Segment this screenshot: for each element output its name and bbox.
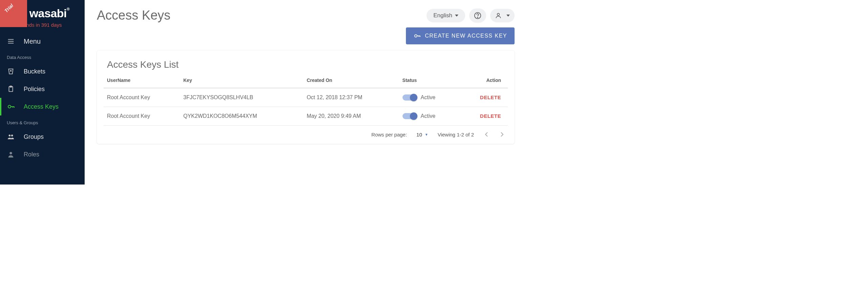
table-row: Root Account Key QYK2WD1KOC8O6M544XYM Ma…	[104, 107, 508, 126]
rows-value: 10	[416, 132, 422, 137]
nav-label: Access Keys	[24, 103, 59, 110]
col-username: UserName	[104, 73, 180, 88]
language-selector[interactable]: English	[427, 9, 465, 22]
prev-page-button[interactable]	[483, 130, 490, 138]
language-label: English	[433, 12, 452, 19]
viewing-text: Viewing 1-2 of 2	[438, 132, 474, 137]
cell-username: Root Account Key	[104, 88, 180, 107]
caret-down-icon: ▼	[425, 133, 428, 136]
trial-badge: Trial	[0, 0, 27, 27]
key-icon	[413, 32, 421, 40]
chevron-left-icon	[485, 132, 488, 137]
svg-point-4	[10, 70, 12, 71]
delete-button[interactable]: DELETE	[480, 94, 501, 100]
sidebar-item-policies[interactable]: Policies	[0, 80, 85, 98]
rows-per-page-label: Rows per page:	[371, 132, 407, 137]
next-page-button[interactable]	[499, 130, 505, 138]
menu-label: Menu	[24, 38, 41, 45]
sidebar-item-buckets[interactable]: Buckets	[0, 63, 85, 80]
caret-down-icon	[506, 15, 510, 17]
pagination: Rows per page: 10 ▼ Viewing 1-2 of 2	[97, 126, 515, 141]
table-row: Root Account Key 3FJC7EKYSOGQ8SLHV4LB Oc…	[104, 88, 508, 107]
svg-point-11	[9, 135, 10, 137]
nav-label: Buckets	[24, 68, 45, 75]
status-text: Active	[421, 113, 436, 119]
col-created: Created On	[303, 73, 399, 88]
groups-icon	[7, 133, 15, 141]
main-content: Access Keys English	[85, 0, 527, 185]
cell-created: Oct 12, 2018 12:37 PM	[303, 88, 399, 107]
status-text: Active	[421, 94, 436, 101]
section-data-access: Data Access	[0, 50, 85, 63]
cell-username: Root Account Key	[104, 107, 180, 126]
button-label: CREATE NEW ACCESS KEY	[425, 33, 507, 39]
chevron-right-icon	[500, 132, 504, 137]
status-toggle[interactable]	[403, 113, 417, 119]
svg-point-17	[415, 35, 417, 37]
svg-point-12	[11, 135, 13, 137]
nav-label: Roles	[24, 151, 39, 158]
sidebar-item-groups[interactable]: Groups	[0, 128, 85, 146]
cell-key: QYK2WD1KOC8O6M544XYM	[180, 107, 303, 126]
caret-down-icon	[455, 15, 458, 17]
col-status: Status	[399, 73, 460, 88]
person-icon	[495, 12, 502, 19]
key-icon	[7, 103, 15, 111]
sidebar-item-roles[interactable]: Roles	[0, 146, 85, 163]
access-keys-card: Access Keys List UserName Key Created On…	[97, 50, 515, 144]
roles-icon	[7, 150, 15, 158]
access-keys-table: UserName Key Created On Status Action Ro…	[104, 73, 508, 126]
sidebar-item-access-keys[interactable]: Access Keys	[0, 98, 85, 115]
nav-label: Groups	[24, 133, 44, 141]
bucket-icon	[7, 67, 15, 76]
status-toggle[interactable]	[403, 94, 417, 101]
svg-point-16	[497, 13, 500, 16]
col-key: Key	[180, 73, 303, 88]
sidebar: Trial wasabi® Ends in 391 days Menu Data…	[0, 0, 85, 185]
section-users-groups: Users & Groups	[0, 115, 85, 128]
svg-point-13	[9, 152, 12, 154]
cell-status: Active	[399, 107, 460, 126]
create-access-key-button[interactable]: CREATE NEW ACCESS KEY	[406, 27, 515, 44]
rows-per-page-select[interactable]: 10 ▼	[416, 132, 428, 137]
topbar: Access Keys English	[85, 0, 527, 26]
help-icon	[474, 12, 481, 19]
menu-toggle[interactable]: Menu	[0, 33, 85, 50]
svg-point-7	[8, 105, 11, 108]
card-title: Access Keys List	[97, 59, 515, 73]
svg-point-15	[477, 17, 478, 17]
page-title: Access Keys	[97, 8, 171, 23]
help-button[interactable]	[469, 8, 486, 23]
cell-created: May 20, 2020 9:49 AM	[303, 107, 399, 126]
hamburger-icon	[7, 37, 15, 45]
cell-status: Active	[399, 88, 460, 107]
cell-key: 3FJC7EKYSOGQ8SLHV4LB	[180, 88, 303, 107]
logo-text: wasabi®	[29, 7, 70, 20]
nav-label: Policies	[24, 86, 45, 93]
clipboard-icon	[7, 85, 15, 93]
delete-button[interactable]: DELETE	[480, 113, 501, 119]
col-action: Action	[460, 73, 508, 88]
account-menu[interactable]	[490, 9, 515, 22]
